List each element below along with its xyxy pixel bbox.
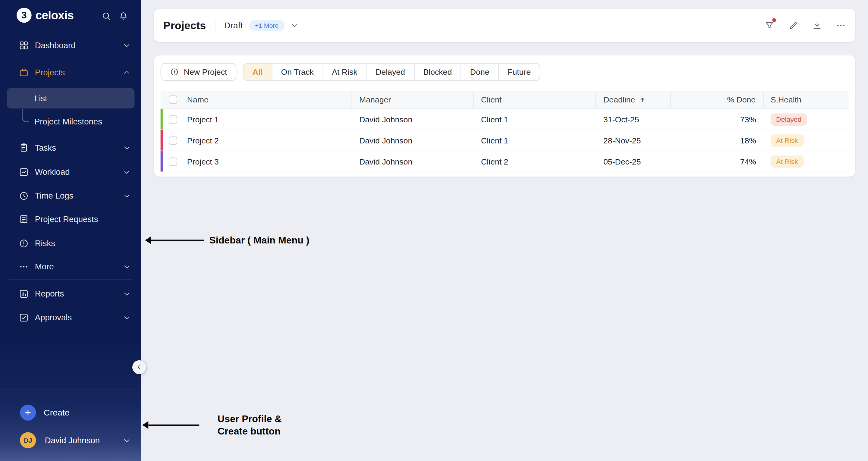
chevron-down-icon bbox=[122, 143, 131, 152]
workload-icon bbox=[19, 167, 29, 177]
table-row[interactable]: Project 1 David Johnson Client 1 31-Oct-… bbox=[161, 109, 849, 130]
sidebar-collapse-button[interactable] bbox=[132, 360, 146, 374]
cell-client: Client 2 bbox=[474, 157, 595, 166]
cell-client: Client 1 bbox=[474, 115, 595, 124]
create-button[interactable]: + Create bbox=[20, 405, 69, 421]
sidebar-item-list[interactable]: List bbox=[7, 88, 134, 109]
status-badge: Delayed bbox=[771, 113, 807, 125]
avatar: DJ bbox=[20, 432, 36, 448]
tab-blocked[interactable]: Blocked bbox=[414, 63, 461, 81]
arrow-line bbox=[151, 239, 204, 241]
table-row[interactable]: Project 3 David Johnson Client 2 05-Dec-… bbox=[161, 151, 849, 172]
sidebar-item-more[interactable]: More bbox=[0, 255, 141, 278]
sidebar-item-time-logs[interactable]: Time Logs bbox=[0, 184, 141, 208]
status-badge: At Risk bbox=[771, 155, 804, 167]
row-checkbox[interactable] bbox=[169, 115, 177, 124]
view-chevron-down-icon[interactable] bbox=[290, 21, 299, 30]
sidebar-item-dashboard[interactable]: Dashboard bbox=[0, 33, 141, 57]
cell-done: 74% bbox=[671, 157, 764, 166]
column-header-health[interactable]: S.Health bbox=[764, 91, 849, 109]
projects-table: Name Manager Client Deadline % Done S.He… bbox=[161, 91, 849, 172]
sidebar-item-approvals[interactable]: Approvals bbox=[0, 306, 141, 329]
projects-icon bbox=[19, 67, 29, 77]
arrow-left-icon bbox=[142, 421, 148, 429]
status-filter-tabs: All On Track At Risk Delayed Blocked Don… bbox=[243, 63, 540, 81]
sidebar-item-project-requests[interactable]: Project Requests bbox=[0, 207, 141, 231]
header-actions bbox=[765, 21, 846, 30]
select-all-checkbox[interactable] bbox=[169, 95, 177, 104]
chevron-down-icon bbox=[122, 436, 131, 444]
approvals-icon bbox=[19, 312, 29, 322]
page-header: Projects Draft +1 More bbox=[154, 9, 855, 42]
tab-at-risk[interactable]: At Risk bbox=[322, 63, 367, 81]
cell-name: Project 3 bbox=[185, 157, 352, 166]
annotation-user-create: User Profile & Create button bbox=[142, 413, 281, 437]
sidebar: 3 celoxis Dashboard Projects List bbox=[0, 0, 141, 461]
more-options-icon[interactable] bbox=[836, 21, 846, 30]
cell-deadline: 31-Oct-25 bbox=[595, 115, 671, 124]
chevron-down-icon bbox=[122, 313, 131, 322]
tab-delayed[interactable]: Delayed bbox=[366, 63, 414, 81]
arrow-line bbox=[148, 424, 199, 426]
cell-done: 73% bbox=[671, 115, 764, 124]
cell-name: Project 1 bbox=[185, 115, 352, 124]
annotation-sidebar: Sidebar ( Main Menu ) bbox=[145, 233, 309, 247]
row-checkbox[interactable] bbox=[169, 136, 177, 145]
tab-on-track[interactable]: On Track bbox=[272, 63, 323, 81]
app-root: 3 celoxis Dashboard Projects List bbox=[0, 0, 868, 461]
sidebar-item-reports[interactable]: Reports bbox=[0, 282, 141, 306]
chevron-down-icon bbox=[122, 41, 131, 50]
tab-all[interactable]: All bbox=[243, 63, 272, 81]
new-project-button[interactable]: New Project bbox=[161, 63, 237, 81]
tab-done[interactable]: Done bbox=[461, 63, 499, 81]
chevron-down-icon bbox=[122, 262, 131, 271]
column-header-manager[interactable]: Manager bbox=[352, 91, 474, 109]
column-header-deadline[interactable]: Deadline bbox=[595, 91, 671, 109]
table-header: Name Manager Client Deadline % Done S.He… bbox=[161, 91, 849, 109]
projects-panel: New Project All On Track At Risk Delayed… bbox=[154, 56, 855, 177]
view-name[interactable]: Draft bbox=[224, 21, 243, 30]
header-divider bbox=[215, 19, 216, 32]
sidebar-item-tasks[interactable]: Tasks bbox=[0, 135, 141, 159]
tasks-icon bbox=[19, 143, 29, 152]
chevron-down-icon bbox=[122, 191, 131, 200]
filter-icon[interactable] bbox=[765, 21, 775, 30]
edit-icon[interactable] bbox=[788, 21, 798, 30]
cell-client: Client 1 bbox=[474, 136, 595, 145]
download-icon[interactable] bbox=[812, 21, 822, 30]
user-menu[interactable]: DJ David Johnson bbox=[20, 432, 131, 448]
project-requests-icon bbox=[19, 214, 29, 224]
filter-active-dot bbox=[772, 19, 776, 22]
chevron-up-icon bbox=[122, 68, 131, 76]
sidebar-footer: + Create DJ David Johnson bbox=[0, 390, 141, 461]
cell-deadline: 05-Dec-25 bbox=[595, 157, 671, 166]
chevron-down-icon bbox=[122, 167, 131, 176]
sidebar-item-risks[interactable]: Risks bbox=[0, 232, 141, 255]
cell-done: 18% bbox=[671, 136, 764, 145]
time-logs-icon bbox=[19, 191, 29, 201]
sidebar-item-projects[interactable]: Projects bbox=[0, 60, 141, 84]
sidebar-item-workload[interactable]: Workload bbox=[0, 160, 141, 184]
projects-toolbar: New Project All On Track At Risk Delayed… bbox=[161, 63, 849, 81]
column-header-done[interactable]: % Done bbox=[671, 91, 764, 109]
cell-deadline: 28-Nov-25 bbox=[595, 136, 671, 145]
tab-future[interactable]: Future bbox=[498, 63, 540, 81]
sort-asc-icon bbox=[639, 96, 646, 103]
risks-icon bbox=[19, 238, 29, 248]
chevron-down-icon bbox=[122, 289, 131, 298]
page-title: Projects bbox=[163, 19, 206, 32]
reports-icon bbox=[19, 289, 29, 299]
cell-manager: David Johnson bbox=[352, 115, 474, 124]
column-header-name[interactable]: Name bbox=[185, 91, 352, 109]
main-area: Projects Draft +1 More New Project All bbox=[141, 0, 868, 461]
dashboard-icon bbox=[19, 40, 29, 50]
plus-icon: + bbox=[20, 405, 36, 421]
cell-name: Project 2 bbox=[185, 136, 352, 145]
sidebar-item-project-milestones[interactable]: Project Milestones bbox=[7, 111, 134, 132]
column-header-client[interactable]: Client bbox=[474, 91, 595, 109]
more-dots-icon bbox=[19, 262, 29, 272]
sidebar-divider bbox=[9, 279, 132, 280]
row-checkbox[interactable] bbox=[169, 157, 177, 166]
table-row[interactable]: Project 2 David Johnson Client 1 28-Nov-… bbox=[161, 130, 849, 151]
more-views-badge[interactable]: +1 More bbox=[249, 20, 284, 31]
